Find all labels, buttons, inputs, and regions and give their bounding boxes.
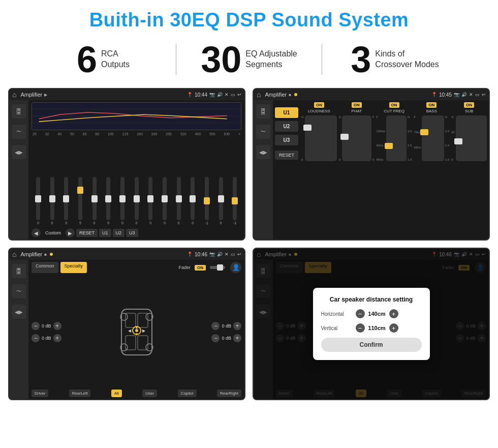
minus-tl[interactable]: − — [32, 322, 40, 330]
back-icon-2[interactable]: ↩ — [482, 92, 486, 97]
label-loudness: LOUDNESS — [308, 109, 330, 113]
crossover-cols: ON LOUDNESS G0 ON — [301, 102, 487, 237]
cross-icon-3[interactable]: ◀▶ — [256, 145, 270, 159]
label-phat: PHAT — [351, 109, 362, 113]
fader-label: Fader — [178, 265, 191, 270]
screens-grid: ⌂ Amplifier ▶ 📍 10:44 📷 🔊 ✕ ▭ ↩ 🎛 〜 ◀▶ — [0, 85, 498, 405]
slider-250[interactable]: 0 — [172, 177, 185, 225]
svg-text:▲: ▲ — [135, 325, 139, 330]
speaker-main-area: Common Specialty Fader ON 👤 − — [28, 260, 244, 399]
sp-icon-3[interactable]: ◀▶ — [12, 305, 26, 319]
eq-u1-btn[interactable]: U1 — [99, 229, 111, 237]
slider-400[interactable]: -1 — [200, 177, 213, 225]
slider-125[interactable]: 0 — [130, 177, 143, 225]
minus-tr[interactable]: − — [211, 322, 220, 330]
minimize-icon: ▭ — [231, 92, 235, 97]
plus-tr[interactable]: + — [233, 322, 241, 330]
tab-common[interactable]: Common — [32, 262, 58, 273]
minus-br[interactable]: − — [211, 334, 220, 342]
home-icon-speaker[interactable]: ⌂ — [12, 250, 16, 258]
fader-slider[interactable] — [210, 266, 225, 269]
sp-icon-1[interactable]: 🎛 — [12, 264, 26, 278]
status-bar-eq: ⌂ Amplifier ▶ 📍 10:44 📷 🔊 ✕ ▭ ↩ — [9, 89, 244, 100]
eq-prev-btn[interactable]: ◀ — [32, 228, 41, 237]
copilot-btn[interactable]: Copilot — [178, 390, 197, 397]
slider-63[interactable]: 0 — [88, 177, 101, 225]
col-sub: ON SUB G200 — [451, 102, 487, 237]
confirm-button[interactable]: Confirm — [321, 338, 422, 352]
svg-text:▶: ▶ — [142, 328, 146, 333]
cross-icon-2[interactable]: 〜 — [256, 125, 270, 139]
status-icons-speaker: 📍 10:46 📷 🔊 ✕ ▭ ↩ — [187, 252, 241, 257]
status-bar-cross: ⌂ Amplifier ■ 📍 10:45 📷 🔊 ✕ ▭ ↩ — [254, 89, 489, 100]
rear-left-btn[interactable]: RearLeft — [69, 390, 91, 397]
home-icon-cross[interactable]: ⌂ — [257, 91, 261, 99]
eq-mode-label: Custom — [42, 229, 64, 237]
horizontal-plus[interactable]: + — [389, 309, 398, 318]
all-btn[interactable]: All — [111, 390, 122, 397]
slider-32[interactable]: 0 — [46, 177, 59, 225]
u1-button[interactable]: U1 — [275, 107, 298, 118]
profile-icon[interactable]: 👤 — [230, 262, 241, 273]
stats-row: 6 RCAOutputs 30 EQ AdjustableSegments 3 … — [0, 36, 498, 85]
on-badge-loudness: ON — [314, 102, 324, 108]
plus-bl[interactable]: + — [53, 334, 61, 342]
stat-item-eq: 30 EQ AdjustableSegments — [176, 41, 322, 78]
back-icon-3[interactable]: ↩ — [237, 252, 241, 257]
slider-100[interactable]: 0 — [116, 177, 129, 225]
minus-bl[interactable]: − — [32, 334, 40, 342]
eq-next-btn[interactable]: ▶ — [66, 228, 75, 237]
horizontal-minus[interactable]: − — [356, 309, 365, 318]
home-icon-eq[interactable]: ⌂ — [12, 91, 16, 99]
speaker-screen-content: 🎛 〜 ◀▶ Common Specialty Fader ON 👤 — [9, 260, 244, 399]
plus-br[interactable]: + — [233, 334, 241, 342]
u3-button[interactable]: U3 — [275, 135, 298, 145]
horizontal-value: 140cm — [367, 311, 387, 317]
eq-icon-1[interactable]: 🎛 — [12, 104, 26, 118]
rear-right-btn[interactable]: RearRight — [217, 390, 241, 397]
cross-reset-btn[interactable]: RESET — [275, 151, 298, 160]
slider-500[interactable]: 0 — [214, 177, 228, 225]
slider-320[interactable]: 0 — [186, 177, 199, 225]
eq-main-area: 25 32 40 50 63 80 100 125 160 200 250 32… — [28, 100, 244, 240]
col-bass: ON BASS F70Hz60Hz G2.01.51.0 — [414, 102, 449, 237]
slider-25[interactable]: 0 — [32, 177, 45, 225]
driver-btn[interactable]: Driver — [32, 390, 48, 397]
label-cutfreq: CUT FREQ — [384, 109, 404, 113]
stat-number-cross: 3 — [351, 41, 371, 78]
u-buttons-col: U1 U2 U3 RESET — [275, 102, 298, 237]
minimize-icon-3: ▭ — [231, 252, 235, 257]
eq-icon-3[interactable]: ◀▶ — [12, 145, 26, 159]
screen-dialog: ⌂ Amplifier ■ 📍 10:46 📷 🔊 ✕ ▭ ↩ 🎛 — [253, 248, 490, 400]
cross-icon-1[interactable]: 🎛 — [256, 104, 270, 118]
slider-200[interactable]: 0 — [158, 177, 171, 225]
eq-u2-btn[interactable]: U2 — [113, 229, 125, 237]
screen-crossover: ⌂ Amplifier ■ 📍 10:45 📷 🔊 ✕ ▭ ↩ 🎛 〜 — [253, 88, 490, 241]
slider-160[interactable]: 0 — [144, 177, 157, 225]
menu-icon-3: ■ — [44, 252, 47, 257]
user-btn[interactable]: User — [142, 390, 157, 397]
label-bass: BASS — [426, 109, 437, 113]
slider-50[interactable]: 5 — [74, 177, 87, 225]
location-icon: 📍 — [187, 92, 193, 97]
slider-40[interactable]: 0 — [59, 177, 73, 225]
eq-u3-btn[interactable]: U3 — [126, 229, 138, 237]
vertical-plus[interactable]: + — [389, 323, 398, 333]
eq-icon-2[interactable]: 〜 — [12, 125, 26, 139]
col-loudness: ON LOUDNESS G0 — [301, 102, 337, 237]
screen-title-speaker: Amplifier — [20, 251, 42, 257]
eq-reset-btn[interactable]: RESET — [76, 229, 98, 237]
vertical-minus[interactable]: − — [356, 323, 365, 333]
tab-specialty[interactable]: Specialty — [60, 262, 87, 273]
u2-button[interactable]: U2 — [275, 121, 298, 132]
slider-80[interactable]: 0 — [102, 177, 115, 225]
vertical-ctrl: − 110cm + — [356, 323, 398, 333]
dialog-overlay: Car speaker distance setting Horizontal … — [254, 249, 489, 399]
car-svg: ▲ ▼ ◀ ▶ — [111, 304, 162, 360]
eq-screen-content: 🎛 〜 ◀▶ — [9, 100, 244, 240]
sp-icon-2[interactable]: 〜 — [12, 284, 26, 298]
plus-tl[interactable]: + — [53, 322, 61, 330]
slider-630[interactable]: -1 — [228, 177, 241, 225]
stat-number-rca: 6 — [77, 41, 97, 78]
back-icon[interactable]: ↩ — [237, 92, 241, 97]
